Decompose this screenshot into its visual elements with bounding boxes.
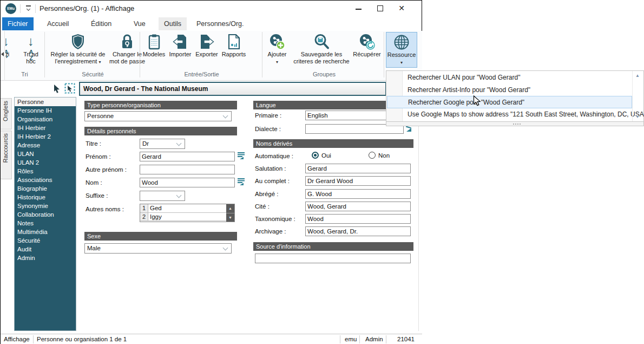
scroll-up-icon[interactable]: ▲ <box>635 73 640 78</box>
archivage-input[interactable] <box>305 226 411 236</box>
status-separator <box>359 335 360 343</box>
tab-vue[interactable]: Vue <box>128 17 151 30</box>
row-value[interactable]: Ged <box>148 204 234 212</box>
exporter-button[interactable]: Exporter <box>194 32 220 58</box>
minimize-button[interactable] <box>348 1 369 16</box>
menu-scrollbar[interactable]: ▲ ▼ <box>632 71 643 121</box>
sidebar-item-associations[interactable]: Associations <box>15 176 76 184</box>
sidebar-item-adresse[interactable]: Adresse <box>15 141 76 150</box>
menu-item-google-maps[interactable]: Use Google Maps to show address "121 Sou… <box>387 108 632 121</box>
taxonomique-input[interactable] <box>305 214 411 224</box>
autres-noms-grid[interactable]: 1 Ged 2 Iggy ▲ ▼ <box>140 204 235 222</box>
sauvegarde-criteres-button[interactable]: Sauvegarde les criteres de recherche <box>291 32 352 65</box>
titre-combobox[interactable]: Dr <box>140 139 185 149</box>
quick-access-dropdown-icon[interactable] <box>25 5 32 12</box>
tab-personnes-org[interactable]: Personnes/Org. <box>191 17 249 30</box>
menu-resize-grip[interactable] <box>386 122 644 126</box>
sexe-combobox[interactable]: Male <box>84 243 232 254</box>
status-record-info: Personne ou organisation 1 de 1 <box>37 335 127 343</box>
main-area: Onglets Raccourcis Personne Personne IH … <box>1 81 422 334</box>
minimize-icon <box>356 9 362 10</box>
close-button[interactable]: ✕ <box>391 1 412 16</box>
rapports-button[interactable]: Rapports <box>220 32 247 58</box>
source-input[interactable] <box>255 254 411 263</box>
tri-button[interactable]: ↓ AZ Tri <box>5 32 17 58</box>
close-icon: ✕ <box>398 4 405 12</box>
grid-row[interactable]: 1 Ged <box>140 204 234 213</box>
radio-non[interactable] <box>369 152 376 159</box>
group-label-entree-sortie: Entrée/Sortie <box>141 71 262 77</box>
tab-accueil[interactable]: Accueil <box>42 17 74 30</box>
ajouter-button[interactable]: Ajouter▾ <box>265 32 290 65</box>
sidebar-item-ulan[interactable]: ULAN <box>15 150 76 158</box>
cursor-arrow-icon[interactable] <box>52 84 61 94</box>
suffixe-label: Suffixe : <box>86 191 108 200</box>
vertical-tab-raccourcis[interactable]: Raccourcis <box>1 131 12 179</box>
grid-row[interactable]: 2 Iggy <box>140 213 234 222</box>
tab-fichier[interactable]: Fichier <box>2 17 34 30</box>
sidebar-item-admin[interactable]: Admin <box>15 254 76 262</box>
recuperer-button[interactable]: Récupérer <box>352 32 382 58</box>
lookup-arrow-icon[interactable] <box>405 126 412 133</box>
regler-securite-button[interactable]: Régler la sécurité de l'enregistrement ▾ <box>46 32 110 65</box>
sidebar-item-audit[interactable]: Audit <box>15 245 76 254</box>
modeles-button[interactable]: Modeles <box>141 32 167 58</box>
menu-item-rechercher-artist-info[interactable]: Rechercher Artist-Info pour "Wood Gerard… <box>387 84 632 96</box>
row-value[interactable]: Iggy <box>148 213 234 221</box>
sidebar-item-securite[interactable]: Sécurité <box>15 236 76 245</box>
tri-ad-hoc-button[interactable]: ↓ AZ Tri ad hoc <box>18 32 44 65</box>
sidebar-item-ih-herbier[interactable]: IH Herbier <box>15 124 76 132</box>
prenom-input[interactable] <box>140 152 235 161</box>
title-bar: EMu Personnes/Org. (1) - Affichage ✕ <box>1 1 422 17</box>
sidebar-item-biographie[interactable]: Biographie <box>15 184 76 193</box>
au-complet-input[interactable] <box>305 176 411 186</box>
suffixe-combobox[interactable] <box>140 191 185 201</box>
scroll-left-icon[interactable] <box>1 52 4 56</box>
sidebar-item-collaboration[interactable]: Collaboration <box>15 210 76 219</box>
maximize-button[interactable] <box>370 1 390 16</box>
tab-outils[interactable]: Outils <box>159 17 187 30</box>
sidebar-item-synonymie[interactable]: Synonymie <box>15 202 76 210</box>
sidebar-item-roles[interactable]: Rôles <box>15 167 76 176</box>
type-personne-combobox[interactable]: Personne <box>84 111 232 121</box>
cite-input[interactable] <box>305 202 411 211</box>
sidebar-item-personne[interactable]: Personne <box>15 98 76 106</box>
sidebar-item-notes[interactable]: Notes <box>15 219 76 228</box>
scroll-down-icon[interactable]: ▼ <box>635 114 640 119</box>
primaire-label: Primaire : <box>255 111 281 120</box>
non-label[interactable]: Non <box>378 152 390 159</box>
nom-input[interactable] <box>140 178 235 187</box>
importer-button[interactable]: Importer <box>167 32 193 58</box>
oui-label[interactable]: Oui <box>321 152 331 159</box>
au-complet-label: Au complet : <box>255 176 290 186</box>
abrege-label: Abrégé : <box>255 189 278 199</box>
salutation-input[interactable] <box>305 164 411 173</box>
scroll-up-icon[interactable]: ▲ <box>226 204 234 213</box>
tab-edition[interactable]: Édition <box>86 17 117 30</box>
save-search-icon <box>313 33 330 50</box>
shield-icon <box>69 33 87 50</box>
autofill-icon[interactable] <box>237 152 245 160</box>
abrege-input[interactable] <box>305 189 411 199</box>
sidebar-item-historique[interactable]: Historique <box>15 193 76 202</box>
chevron-down-icon <box>176 141 182 146</box>
menu-item-rechercher-ulan[interactable]: Rechercher ULAN pour "Wood Gerard" <box>387 72 632 84</box>
autre-prenom-input[interactable] <box>140 165 235 174</box>
radio-oui[interactable] <box>312 152 319 159</box>
vertical-tab-onglets[interactable]: Onglets <box>1 98 12 129</box>
select-region-icon[interactable] <box>64 83 75 94</box>
sidebar-item-personne-ih[interactable]: Personne IH <box>15 106 76 115</box>
taxonomique-label: Taxonomique : <box>255 214 295 224</box>
ressource-dropdown-menu: Rechercher ULAN pour "Wood Gerard" Reche… <box>386 70 644 122</box>
ressource-button[interactable]: Ressource▾ <box>386 32 417 68</box>
sidebar-item-ulan-2[interactable]: ULAN 2 <box>15 158 76 167</box>
grid-scrollbar[interactable]: ▲ ▼ <box>226 204 234 222</box>
group-separator <box>384 32 384 77</box>
scroll-down-icon[interactable]: ▼ <box>226 213 234 222</box>
autofill-icon[interactable] <box>237 178 245 186</box>
status-separator <box>340 335 340 343</box>
menu-item-rechercher-google[interactable]: Rechercher Google pour "Wood Gerard" <box>387 96 632 108</box>
sidebar-item-multimedia[interactable]: Multimédia <box>15 228 76 236</box>
sidebar-item-ih-herbier-2[interactable]: IH Herbier 2 <box>15 132 76 141</box>
sidebar-item-organisation[interactable]: Organisation <box>15 115 76 124</box>
